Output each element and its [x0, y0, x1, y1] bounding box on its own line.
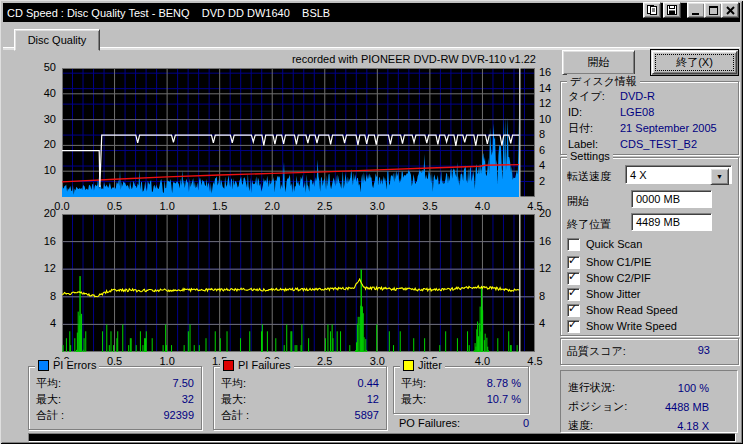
checkbox-label: Quick Scan — [586, 238, 642, 250]
speed-combobox[interactable]: 4 X ▼ — [625, 165, 732, 184]
window-title: CD Speed : Disc Quality Test - BENQ DVD … — [7, 7, 330, 19]
bottom-chart-left-tick: 8 — [26, 290, 56, 302]
chevron-down-icon[interactable]: ▼ — [710, 168, 729, 185]
maximize-button[interactable] — [704, 2, 722, 18]
speed-label: 転送速度 — [567, 169, 611, 184]
checkbox-show-read-speed[interactable]: ✓Show Read Speed — [567, 302, 678, 318]
pi-errors-legend-swatch — [38, 360, 49, 371]
status-row-label: 進行状況: — [568, 380, 615, 395]
start-mb-value: 0000 MB — [636, 193, 680, 205]
close-button[interactable] — [721, 2, 739, 18]
top-chart-left-tick: 50 — [26, 61, 56, 73]
disc-info-row-value: CDS_TEST_B2 — [620, 138, 697, 150]
quality-score-group: 品質スコア: 93 — [560, 338, 739, 365]
status-row-value: 4488 MB — [665, 401, 709, 413]
progress-bar — [28, 433, 736, 442]
checkbox-box: ✓ — [567, 272, 580, 285]
top-chart-x-tick: 2.0 — [257, 200, 287, 212]
settings-group: Settings 転送速度 4 X ▼ 開始 0000 MB 終了位置 4489… — [560, 157, 739, 336]
pi-errors-panel: PI Errors平均:7.50最大:32合計 :92399 — [28, 366, 202, 430]
checkbox-show-jitter[interactable]: ✓Show Jitter — [567, 286, 678, 302]
legend-row: 最大:10.7 % — [394, 391, 528, 407]
window-titlebar: CD Speed : Disc Quality Test - BENQ DVD … — [3, 3, 740, 22]
checkbox-show-write-speed[interactable]: ✓Show Write Speed — [567, 318, 678, 334]
disc-info-row-label: Label: — [568, 138, 620, 150]
copy-icon — [647, 5, 657, 15]
top-chart-x-tick: 0.5 — [100, 200, 130, 212]
disc-info-row-label: 日付: — [568, 121, 620, 136]
tab-disc-quality[interactable]: Disc Quality — [14, 29, 100, 51]
pif-jitter-chart — [62, 214, 535, 352]
disc-info-row: ID:LGE08 — [568, 104, 738, 120]
legend-title: PI Failures — [220, 359, 294, 371]
po-failures-row: PO Failures: 0 — [399, 417, 529, 429]
pi-failures-legend-swatch — [223, 360, 234, 371]
quality-score-value: 93 — [698, 344, 710, 356]
top-chart-left-tick: 10 — [26, 164, 56, 176]
legend-title: PI Errors — [35, 359, 99, 371]
tab-label: Disc Quality — [28, 34, 87, 46]
close-icon — [726, 6, 735, 15]
maximize-icon — [709, 6, 718, 15]
checkbox-box: ✓ — [567, 288, 580, 301]
bottom-chart-left-tick: 16 — [26, 235, 56, 247]
bottom-chart-left-tick: 20 — [26, 207, 56, 219]
end-mb-label: 終了位置 — [567, 217, 611, 232]
checkbox-box: ✓ — [567, 256, 580, 269]
checkbox-quick-scan[interactable]: Quick Scan — [567, 236, 678, 252]
start-button[interactable]: 開始 — [562, 50, 635, 75]
legend-row: 最大:32 — [29, 391, 201, 407]
checkbox-label: Show Read Speed — [586, 304, 678, 316]
top-chart-x-tick: 3.5 — [415, 200, 445, 212]
start-button-label: 開始 — [588, 55, 610, 70]
top-chart-x-tick: 4.0 — [467, 200, 497, 212]
checkbox-label: Show C2/PIF — [586, 272, 651, 284]
legend-rows: 平均:7.50最大:32合計 :92399 — [29, 367, 201, 423]
minimize-icon — [692, 6, 700, 15]
settings-title: Settings — [567, 150, 613, 162]
status-panel: 進行状況:100 %ポジション:4488 MB速度:4.18 X — [560, 370, 738, 433]
top-chart-x-tick: 1.0 — [152, 200, 182, 212]
top-chart-x-tick: 3.0 — [362, 200, 392, 212]
status-row: ポジション:4488 MB — [561, 397, 737, 416]
minimize-button[interactable] — [687, 2, 705, 18]
legend-row: 合計 :92399 — [29, 407, 201, 423]
jitter-panel: Jitter平均:8.78 %最大:10.7 % — [393, 366, 529, 414]
start-mb-label: 開始 — [567, 194, 589, 209]
chart-title: recorded with PIONEER DVD-RW DVR-110 v1.… — [180, 53, 536, 65]
legend-row: 最大:12 — [214, 391, 386, 407]
top-chart-left-tick: 30 — [26, 113, 56, 125]
checkbox-label: Show Write Speed — [586, 320, 677, 332]
checkbox-label: Show Jitter — [586, 288, 640, 300]
checkbox-box: ✓ — [567, 304, 580, 317]
start-mb-field[interactable]: 0000 MB — [631, 190, 712, 208]
disc-info-row: タイプ:DVD-R — [568, 88, 738, 104]
disc-info-title: ディスク情報 — [567, 74, 640, 89]
quality-score-label: 品質スコア: — [567, 344, 626, 359]
save-icon-button[interactable] — [663, 2, 681, 18]
status-row-value: 100 % — [678, 382, 709, 394]
checkbox-show-c1-pie[interactable]: ✓Show C1/PIE — [567, 254, 678, 270]
top-chart-x-tick: 1.5 — [205, 200, 235, 212]
save-icon — [667, 5, 677, 15]
pie-speed-chart — [62, 68, 535, 197]
disc-info-row: 日付:21 September 2005 — [568, 120, 738, 136]
jitter-legend-swatch — [403, 360, 414, 371]
top-chart-left-tick: 20 — [26, 138, 56, 150]
check-icon: ✓ — [568, 318, 577, 331]
legend-row: 平均:0.44 — [214, 375, 386, 391]
disc-info-row-value: DVD-R — [620, 90, 655, 102]
speed-value: 4 X — [630, 169, 647, 181]
legend-row: 合計 :5897 — [214, 407, 386, 423]
exit-button[interactable]: 終了(X) — [650, 49, 739, 76]
po-failures-label: PO Failures: — [399, 417, 460, 429]
copy-icon-button[interactable] — [643, 2, 661, 18]
legend-title: Jitter — [400, 359, 445, 371]
checkbox-show-c2-pif[interactable]: ✓Show C2/PIF — [567, 270, 678, 286]
check-icon: ✓ — [568, 254, 577, 267]
top-chart-left-tick: 40 — [26, 87, 56, 99]
bottom-chart-left-tick: 4 — [26, 317, 56, 329]
disc-info-row-label: タイプ: — [568, 89, 620, 104]
exit-button-label: 終了(X) — [676, 55, 713, 70]
end-mb-field[interactable]: 4489 MB — [631, 213, 712, 231]
